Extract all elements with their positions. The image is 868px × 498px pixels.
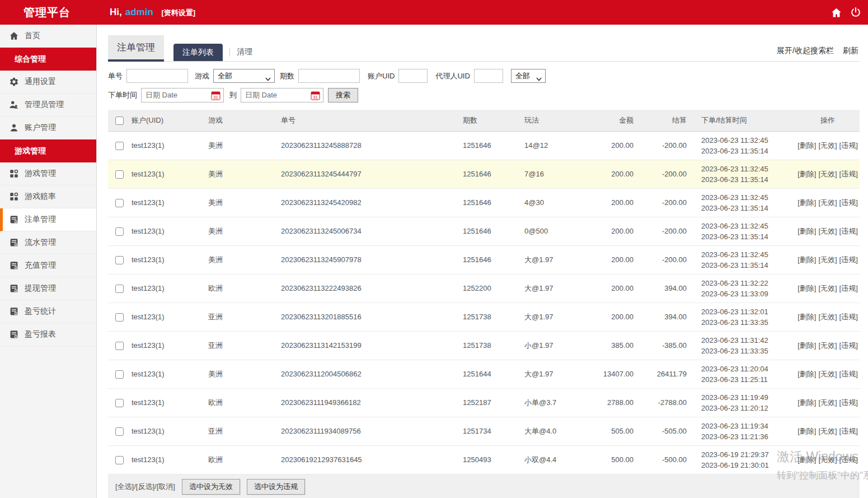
row-checkbox[interactable] xyxy=(115,313,124,322)
violation-action[interactable]: [违规] xyxy=(839,313,858,321)
cell-amount: 200.00 xyxy=(592,160,645,188)
row-checkbox[interactable] xyxy=(115,256,124,264)
set-invalid-button[interactable]: 选中设为无效 xyxy=(182,479,240,495)
violation-action[interactable]: [违规] xyxy=(839,370,858,378)
invalid-action[interactable]: [无效] xyxy=(818,398,837,407)
delete-action[interactable]: [删除] xyxy=(797,341,816,350)
refresh-link[interactable]: 刷新 xyxy=(843,46,858,56)
row-checkbox[interactable] xyxy=(115,199,124,207)
agent-uid-input[interactable] xyxy=(474,69,503,83)
cell-settle: -500.00 xyxy=(645,445,698,474)
row-checkbox[interactable] xyxy=(115,227,124,236)
delete-action[interactable]: [删除] xyxy=(797,227,816,235)
row-checkbox[interactable] xyxy=(115,427,124,436)
period-input[interactable] xyxy=(298,69,360,83)
violation-action[interactable]: [违规] xyxy=(839,170,858,178)
account-uid-input[interactable] xyxy=(398,69,428,83)
calendar-icon[interactable]: 31 xyxy=(311,91,320,103)
select-all-invert-cancel-links[interactable]: [全选]/[反选]/[取消] xyxy=(115,482,175,492)
row-checkbox[interactable] xyxy=(115,285,124,293)
violation-action[interactable]: [违规] xyxy=(839,455,858,464)
delete-action[interactable]: [删除] xyxy=(797,284,816,292)
invalid-action[interactable]: [无效] xyxy=(818,255,837,264)
delete-action[interactable]: [删除] xyxy=(797,427,816,435)
sidebar-item-2[interactable]: 通用设置 xyxy=(0,71,96,94)
sidebar-item-13[interactable]: 盈亏报表 xyxy=(0,323,96,346)
cell-actions: [删除][无效][违规] xyxy=(796,245,860,274)
invalid-action[interactable]: [无效] xyxy=(818,227,837,235)
cell-period: 1252200 xyxy=(463,274,524,302)
power-icon[interactable] xyxy=(850,7,861,18)
cell-amount: 200.00 xyxy=(592,217,645,245)
invalid-action[interactable]: [无效] xyxy=(818,370,837,378)
sidebar-item-12[interactable]: 盈亏统计 xyxy=(0,300,96,323)
delete-action[interactable]: [删除] xyxy=(797,370,816,378)
row-checkbox[interactable] xyxy=(115,456,124,464)
sidebar-item-3[interactable]: 管理员管理 xyxy=(0,94,96,117)
account-uid-label: 账户UID xyxy=(368,71,395,81)
sidebar-item-label: 首页 xyxy=(25,31,40,41)
col-game: 游戏 xyxy=(208,110,281,131)
row-checkbox[interactable] xyxy=(115,342,124,350)
sidebar-item-4[interactable]: 账户管理 xyxy=(0,117,96,139)
calendar-icon[interactable]: 31 xyxy=(211,91,220,103)
profile-settings-link[interactable]: [资料设置] xyxy=(162,8,196,17)
game-filter-select[interactable]: 全部 xyxy=(213,69,275,83)
row-checkbox[interactable] xyxy=(115,370,124,379)
violation-action[interactable]: [违规] xyxy=(839,341,858,350)
invalid-action[interactable]: [无效] xyxy=(818,455,837,464)
invalid-action[interactable]: [无效] xyxy=(818,141,837,150)
delete-action[interactable]: [删除] xyxy=(797,255,816,264)
cell-play: 14@12 xyxy=(524,131,592,160)
invalid-action[interactable]: [无效] xyxy=(818,427,837,435)
home-icon[interactable] xyxy=(831,7,842,18)
search-button[interactable]: 搜索 xyxy=(328,88,358,103)
delete-action[interactable]: [删除] xyxy=(797,170,816,178)
col-period: 期数 xyxy=(463,110,524,131)
violation-action[interactable]: [违规] xyxy=(839,427,858,435)
subtab-order-list[interactable]: 注单列表 xyxy=(173,44,223,61)
cell-period: 1251738 xyxy=(463,331,524,360)
end-date-placeholder: 日期 Date xyxy=(245,90,277,100)
svg-text:31: 31 xyxy=(213,95,218,100)
violation-action[interactable]: [违规] xyxy=(839,227,858,235)
row-checkbox[interactable] xyxy=(115,399,124,407)
order-time: 2023-06-23 11:20:04 xyxy=(701,364,796,374)
start-date-input[interactable]: 日期 Date 31 xyxy=(141,88,224,103)
violation-action[interactable]: [违规] xyxy=(839,141,858,150)
status-filter-select[interactable]: 全部 xyxy=(511,69,546,83)
select-all-checkbox[interactable] xyxy=(115,117,124,125)
cell-game: 亚洲 xyxy=(208,302,281,331)
invalid-action[interactable]: [无效] xyxy=(818,198,837,207)
sidebar-item-9[interactable]: 流水管理 xyxy=(0,231,96,254)
delete-action[interactable]: [删除] xyxy=(797,398,816,407)
violation-action[interactable]: [违规] xyxy=(839,198,858,207)
row-checkbox[interactable] xyxy=(115,142,124,150)
toggle-search-bar-link[interactable]: 展开/收起搜索栏 xyxy=(777,46,834,56)
invalid-action[interactable]: [无效] xyxy=(818,284,837,292)
delete-action[interactable]: [删除] xyxy=(797,313,816,321)
violation-action[interactable]: [违规] xyxy=(839,398,858,407)
sidebar-item-6[interactable]: 游戏管理 xyxy=(0,162,96,185)
subtab-cleanup[interactable]: 清理 xyxy=(237,47,252,61)
delete-action[interactable]: [删除] xyxy=(797,455,816,464)
delete-action[interactable]: [删除] xyxy=(797,198,816,207)
sidebar-item-11[interactable]: 提现管理 xyxy=(0,277,96,300)
end-date-input[interactable]: 日期 Date 31 xyxy=(241,88,323,103)
invalid-action[interactable]: [无效] xyxy=(818,170,837,178)
sidebar-item-10[interactable]: 充值管理 xyxy=(0,254,96,277)
form-icon xyxy=(9,283,19,294)
delete-action[interactable]: [删除] xyxy=(797,141,816,150)
sidebar-item-8[interactable]: 注单管理 xyxy=(0,208,96,231)
set-violation-button[interactable]: 选中设为违规 xyxy=(247,479,305,495)
violation-action[interactable]: [违规] xyxy=(839,255,858,264)
invalid-action[interactable]: [无效] xyxy=(818,341,837,350)
order-no-input[interactable] xyxy=(126,69,188,83)
cell-actions: [删除][无效][违规] xyxy=(796,188,860,217)
row-checkbox[interactable] xyxy=(115,170,124,179)
sidebar-item-7[interactable]: 游戏赔率 xyxy=(0,185,96,208)
sidebar-item-0[interactable]: 首页 xyxy=(0,25,96,48)
violation-action[interactable]: [违规] xyxy=(839,284,858,292)
invalid-action[interactable]: [无效] xyxy=(818,313,837,321)
tab-order-management[interactable]: 注单管理 xyxy=(108,35,164,62)
